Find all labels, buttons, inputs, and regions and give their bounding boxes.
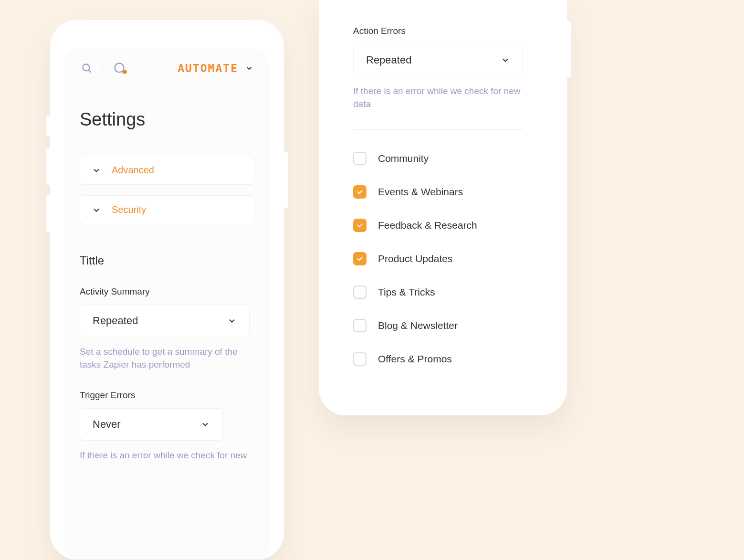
chevron-down-icon — [245, 64, 253, 73]
checkbox-label: Community — [378, 153, 429, 164]
brand-label: AUTOMATE — [178, 62, 238, 74]
select-action-errors[interactable]: Repeated — [353, 44, 523, 76]
phone-side-button — [567, 21, 571, 77]
checkbox-label: Product Updates — [378, 253, 452, 264]
chevron-down-icon — [501, 55, 510, 65]
phone-frame-right: Action Errors Repeated If there is an er… — [319, 0, 567, 415]
search-icon[interactable] — [81, 62, 93, 74]
horizontal-divider — [353, 129, 523, 130]
phone-side-button — [46, 148, 50, 185]
notification-dot — [123, 70, 127, 74]
section-title: Tittle — [80, 254, 254, 267]
checkbox-row[interactable]: Community — [353, 152, 533, 165]
phone-side-button — [46, 116, 50, 137]
checkbox-checked-icon — [353, 252, 367, 265]
chevron-down-icon — [200, 420, 210, 429]
checkbox-row[interactable]: Blog & Newsletter — [353, 319, 533, 332]
checkbox-row[interactable]: Offers & Promos — [353, 352, 533, 366]
phone-frame-left: AUTOMATE Settings Advanced Security — [50, 20, 284, 560]
checkbox-label: Events & Webinars — [378, 186, 463, 198]
checkbox-checked-icon — [353, 219, 367, 232]
checkbox-label: Offers & Promos — [378, 353, 452, 365]
select-trigger-errors[interactable]: Never — [80, 408, 223, 441]
checkbox-unchecked-icon — [353, 319, 367, 332]
checkbox-unchecked-icon — [353, 352, 367, 366]
chevron-down-icon — [227, 316, 237, 326]
checkbox-label: Tips & Tricks — [378, 286, 435, 298]
settings-content: Settings Advanced Security Tittle Activi… — [64, 86, 270, 462]
top-bar: AUTOMATE — [64, 49, 270, 86]
field-label-activity-summary: Activity Summary — [80, 286, 254, 297]
vertical-divider — [103, 61, 103, 75]
select-activity-summary[interactable]: Repeated — [80, 305, 250, 337]
select-value: Repeated — [366, 54, 411, 66]
phone-side-button — [46, 195, 50, 232]
field-hint: If there is an error while we check for … — [353, 85, 525, 110]
checkbox-row[interactable]: Events & Webinars — [353, 185, 533, 199]
accordion-label: Advanced — [112, 165, 154, 176]
screen-left: AUTOMATE Settings Advanced Security — [64, 49, 270, 560]
checkbox-label: Feedback & Research — [378, 220, 477, 231]
accordion-security[interactable]: Security — [80, 195, 254, 224]
brand-dropdown[interactable]: AUTOMATE — [178, 62, 253, 74]
field-hint: Set a schedule to get a summary of the t… — [80, 346, 251, 371]
select-value: Repeated — [93, 315, 138, 327]
svg-point-0 — [83, 64, 89, 71]
checkbox-unchecked-icon — [353, 152, 367, 165]
screen-right: Action Errors Repeated If there is an er… — [319, 0, 567, 366]
comment-icon[interactable] — [113, 62, 126, 75]
checkbox-list: CommunityEvents & WebinarsFeedback & Res… — [353, 152, 533, 366]
checkbox-checked-icon — [353, 185, 367, 199]
checkbox-row[interactable]: Product Updates — [353, 252, 533, 265]
checkbox-unchecked-icon — [353, 285, 367, 299]
phone-side-button — [284, 152, 288, 208]
checkbox-row[interactable]: Feedback & Research — [353, 219, 533, 232]
accordion-label: Security — [112, 204, 146, 215]
field-hint: If there is an error while we check for … — [80, 449, 251, 462]
svg-line-1 — [88, 70, 91, 72]
select-value: Never — [93, 418, 121, 431]
field-label-action-errors: Action Errors — [353, 26, 533, 36]
chevron-down-icon — [92, 166, 101, 175]
accordion-advanced[interactable]: Advanced — [80, 156, 254, 185]
field-label-trigger-errors: Trigger Errors — [80, 390, 254, 401]
checkbox-label: Blog & Newsletter — [378, 320, 458, 331]
checkbox-row[interactable]: Tips & Tricks — [353, 285, 533, 299]
chevron-down-icon — [92, 205, 101, 215]
page-title: Settings — [80, 109, 254, 130]
